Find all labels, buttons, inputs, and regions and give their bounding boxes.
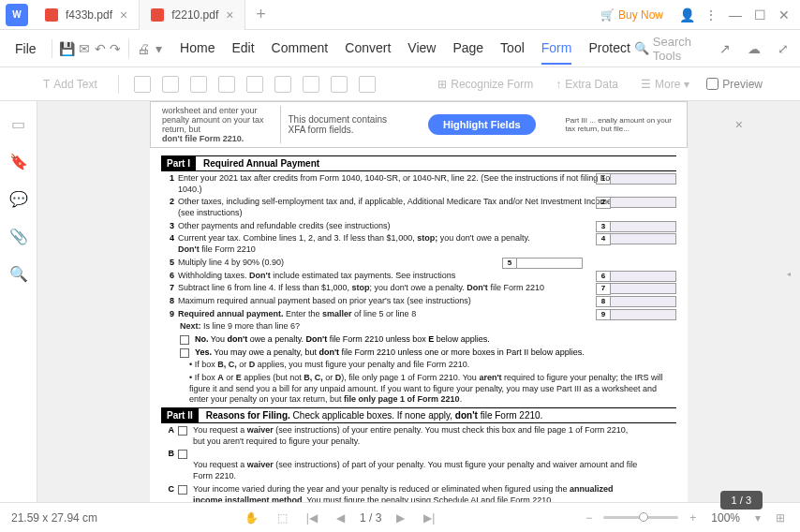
zoom-level[interactable]: 100% (707, 511, 744, 525)
row-text: You request a waiver (see instructions) … (193, 449, 676, 481)
add-text-tool[interactable]: T Add Text (37, 74, 103, 95)
close-icon[interactable]: × (120, 7, 127, 22)
tool-button[interactable] (274, 76, 291, 93)
tool-radio[interactable] (190, 76, 207, 93)
menu-tab-protect[interactable]: Protect (588, 33, 630, 65)
form-field-5[interactable] (517, 258, 583, 269)
row-letter: C (161, 484, 178, 495)
buy-now-label: Buy Now (618, 8, 663, 22)
tab-f433b[interactable]: f433b.pdf × (34, 0, 140, 30)
hand-tool-icon[interactable]: ✋ (241, 511, 262, 525)
tool-field-1[interactable] (134, 76, 151, 93)
form-field-2[interactable] (611, 197, 676, 208)
attachments-icon[interactable]: 📎 (9, 227, 28, 245)
undo-icon[interactable]: ↶ (94, 37, 105, 60)
zoom-thumb[interactable] (639, 512, 648, 522)
menu-tab-home[interactable]: Home (180, 33, 215, 65)
field-label: 4 (596, 233, 611, 244)
checkbox-no[interactable] (180, 335, 189, 345)
extra-data-button[interactable]: ↑ Extra Data (550, 74, 624, 95)
expand-right-icon[interactable]: ◂ (785, 266, 793, 281)
tool-image[interactable] (303, 76, 319, 93)
redo-icon[interactable]: ↷ (110, 37, 121, 60)
form-field-4[interactable] (611, 233, 676, 244)
part-badge: Part I (161, 156, 196, 170)
pdf-icon (151, 8, 164, 22)
row-letter: A (161, 425, 178, 436)
next-page-icon[interactable]: ▶ (393, 511, 408, 525)
tool-checkbox[interactable] (162, 76, 179, 93)
form-field-9[interactable] (611, 309, 676, 320)
tool-label: Recognize Form (451, 78, 533, 91)
search-tools[interactable]: 🔍 Search Tools (634, 35, 705, 63)
chevron-down-icon[interactable]: ▾ (751, 511, 764, 525)
tab-f2210[interactable]: f2210.pdf × (140, 0, 245, 30)
new-tab-button[interactable]: + (245, 5, 275, 24)
zoom-slider[interactable] (603, 516, 678, 519)
expand-icon[interactable]: ⤢ (775, 37, 793, 60)
dropdown-icon[interactable]: ▾ (154, 37, 165, 60)
cloud-icon[interactable]: ☁ (746, 37, 763, 60)
page-input[interactable]: 1 / 3 (360, 511, 381, 525)
zoom-out-icon[interactable]: − (582, 511, 596, 525)
close-icon[interactable]: × (226, 7, 233, 22)
prev-page-icon[interactable]: ◀ (333, 511, 348, 525)
tool-sign[interactable] (359, 76, 376, 93)
user-icon[interactable]: 👤 (678, 7, 695, 23)
checkbox-yes[interactable] (180, 348, 189, 358)
form-field-7[interactable] (611, 283, 676, 294)
menu-tab-view[interactable]: View (407, 33, 436, 65)
form-field-1[interactable] (611, 173, 676, 185)
app-logo[interactable]: W (6, 4, 28, 26)
recognize-form-button[interactable]: ⊞ Recognize Form (432, 74, 539, 95)
row-letter: B (161, 449, 178, 460)
banner-xfa-text: This document contains XFA form fields. (281, 114, 407, 135)
tool-list[interactable] (246, 76, 263, 93)
mail-icon[interactable]: ✉ (79, 37, 90, 60)
print-icon[interactable]: 🖨 (137, 37, 150, 60)
checkbox-c[interactable] (178, 485, 187, 495)
bookmarks-icon[interactable]: 🔖 (9, 152, 28, 170)
share-icon[interactable]: ↗ (717, 37, 734, 60)
page-indicator: 1 / 3 (720, 491, 763, 510)
buy-now-link[interactable]: 🛒 Buy Now (593, 8, 671, 22)
thumbnails-icon[interactable]: ▭ (9, 114, 28, 133)
preview-checkbox[interactable]: Preview (706, 78, 763, 91)
tool-date[interactable] (331, 76, 348, 93)
part-title: Required Annual Payment (203, 157, 319, 170)
more-icon[interactable]: ⋮ (703, 7, 719, 23)
highlight-fields-button[interactable]: Highlight Fields (428, 114, 536, 135)
select-tool-icon[interactable]: ⬚ (274, 511, 291, 525)
checkbox-a[interactable] (178, 426, 187, 436)
maximize-icon[interactable]: ☐ (751, 7, 768, 23)
checkbox-label: Yes. You may owe a penalty, but don't fi… (195, 347, 585, 359)
close-window-icon[interactable]: ✕ (776, 7, 793, 23)
menu-tab-form[interactable]: Form (541, 33, 572, 65)
tool-combo[interactable] (218, 76, 235, 93)
document-viewport[interactable]: worksheet and enter your penalty amount … (37, 101, 800, 502)
comments-icon[interactable]: 💬 (9, 189, 28, 208)
checkbox-b[interactable] (178, 450, 187, 459)
minimize-icon[interactable]: — (727, 7, 744, 23)
tool-label: Extra Data (565, 78, 618, 91)
menu-tab-edit[interactable]: Edit (231, 33, 254, 65)
field-label: 1 (596, 173, 611, 185)
first-page-icon[interactable]: |◀ (303, 511, 321, 525)
save-icon[interactable]: 💾 (59, 37, 75, 60)
menu-tab-tool[interactable]: Tool (500, 33, 525, 65)
last-page-icon[interactable]: ▶| (420, 511, 438, 525)
preview-input[interactable] (706, 78, 719, 90)
form-field-6[interactable] (611, 271, 676, 282)
banner-close-icon[interactable]: × (735, 117, 743, 132)
menu-tab-comment[interactable]: Comment (272, 33, 329, 65)
recognize-icon: ⊞ (437, 78, 447, 91)
form-field-3[interactable] (611, 221, 676, 232)
menu-tab-convert[interactable]: Convert (345, 33, 391, 65)
more-button[interactable]: ☰ More ▾ (635, 74, 695, 95)
zoom-in-icon[interactable]: + (686, 511, 700, 525)
file-menu[interactable]: File (7, 41, 44, 56)
menu-tab-page[interactable]: Page (452, 33, 483, 65)
form-field-8[interactable] (611, 296, 676, 307)
search-panel-icon[interactable]: 🔍 (9, 264, 28, 283)
fit-page-icon[interactable]: ⊞ (772, 511, 789, 525)
